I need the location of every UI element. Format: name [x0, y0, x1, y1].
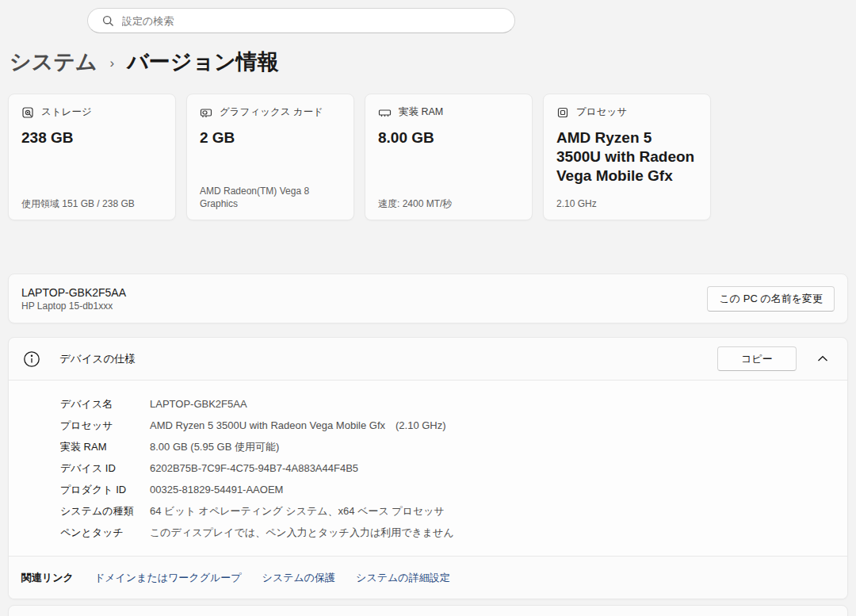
device-specs-title: デバイスの仕様: [59, 352, 136, 366]
storage-icon: [21, 106, 34, 119]
spec-label: 実装 RAM: [60, 440, 150, 454]
related-links-row: 関連リンク ドメインまたはワークグループ システムの保護 システムの詳細設定: [9, 556, 847, 599]
device-name: LAPTOP-GBK2F5AA: [21, 286, 126, 299]
storage-detail: 使用領域 151 GB / 238 GB: [21, 197, 164, 210]
copy-button[interactable]: コピー: [717, 346, 797, 371]
processor-detail: 2.10 GHz: [556, 197, 699, 210]
link-domain-or-workgroup[interactable]: ドメインまたはワークグループ: [94, 571, 242, 585]
spec-label: デバイス名: [60, 397, 150, 411]
breadcrumb-system[interactable]: システム: [10, 48, 97, 76]
spec-row-ram: 実装 RAM 8.00 GB (5.95 GB 使用可能): [60, 436, 847, 457]
device-specs-card: デバイスの仕様 コピー デバイス名 LAPTOP-GBK2F5AA プロセッサ …: [8, 337, 848, 599]
processor-value: AMD Ryzen 5 3500U with Radeon Vega Mobil…: [556, 128, 699, 185]
graphics-card: グラフィックス カード 2 GB AMD Radeon(TM) Vega 8 G…: [186, 94, 354, 220]
search-input[interactable]: [122, 15, 505, 27]
device-model: HP Laptop 15-db1xxx: [21, 300, 126, 312]
spec-label: プロダクト ID: [60, 483, 150, 497]
link-advanced-system-settings[interactable]: システムの詳細設定: [356, 571, 450, 585]
info-icon: [23, 350, 40, 368]
ram-icon: [378, 106, 392, 119]
device-specs-table: デバイス名 LAPTOP-GBK2F5AA プロセッサ AMD Ryzen 5 …: [9, 380, 847, 556]
rename-pc-button[interactable]: この PC の名前を変更: [707, 286, 835, 312]
spec-row-product-id: プロダクト ID 00325-81829-54491-AAOEM: [60, 479, 847, 500]
ram-value: 8.00 GB: [378, 128, 521, 147]
page-title: バージョン情報: [127, 48, 279, 76]
spec-row-processor: プロセッサ AMD Ryzen 5 3500U with Radeon Vega…: [60, 415, 847, 436]
chevron-up-icon[interactable]: [817, 355, 828, 362]
processor-card: プロセッサ AMD Ryzen 5 3500U with Radeon Vega…: [543, 94, 711, 220]
cpu-icon: [556, 106, 569, 119]
spec-label: デバイス ID: [60, 461, 150, 476]
settings-search-bar[interactable]: [87, 8, 515, 33]
search-icon: [102, 15, 114, 27]
spec-row-pen-touch: ペンとタッチ このディスプレイでは、ペン入力とタッチ入力は利用できません: [60, 522, 847, 543]
graphics-detail: AMD Radeon(TM) Vega 8 Graphics: [200, 185, 342, 210]
spec-row-device-name: デバイス名 LAPTOP-GBK2F5AA: [60, 393, 847, 415]
storage-card: ストレージ 238 GB 使用領域 151 GB / 238 GB: [8, 94, 176, 220]
device-specs-header[interactable]: デバイスの仕様 コピー: [9, 338, 847, 380]
spec-row-system-type: システムの種類 64 ビット オペレーティング システム、x64 ベース プロセ…: [60, 500, 847, 522]
card-label: プロセッサ: [576, 105, 627, 119]
summary-cards: ストレージ 238 GB 使用領域 151 GB / 238 GB グラフィック…: [8, 94, 711, 220]
device-name-card: LAPTOP-GBK2F5AA HP Laptop 15-db1xxx この P…: [8, 274, 848, 323]
spec-value: LAPTOP-GBK2F5AA: [150, 398, 247, 410]
spec-value: 00325-81829-54491-AAOEM: [150, 484, 283, 495]
spec-row-device-id: デバイス ID 6202B75B-7C9F-4C75-94B7-4A883A44…: [60, 457, 847, 479]
next-section-card: [8, 605, 848, 616]
ram-card: 実装 RAM 8.00 GB 速度: 2400 MT/秒: [365, 94, 533, 220]
spec-value: このディスプレイでは、ペン入力とタッチ入力は利用できません: [150, 526, 454, 540]
spec-label: システムの種類: [60, 504, 150, 518]
spec-value: 8.00 GB (5.95 GB 使用可能): [150, 440, 279, 454]
spec-label: ペンとタッチ: [60, 526, 150, 540]
storage-value: 238 GB: [21, 128, 164, 147]
graphics-value: 2 GB: [200, 128, 342, 147]
card-label: グラフィックス カード: [220, 105, 323, 119]
graphics-card-icon: [200, 106, 212, 119]
breadcrumb: システム › バージョン情報: [10, 48, 279, 76]
spec-value: 64 ビット オペレーティング システム、x64 ベース プロセッサ: [150, 504, 445, 518]
chevron-right-icon: ›: [110, 53, 115, 71]
spec-label: プロセッサ: [60, 419, 150, 433]
card-label: 実装 RAM: [399, 105, 443, 119]
spec-value: AMD Ryzen 5 3500U with Radeon Vega Mobil…: [150, 419, 446, 431]
spec-value: 6202B75B-7C9F-4C75-94B7-4A883A44F4B5: [150, 462, 358, 474]
ram-detail: 速度: 2400 MT/秒: [378, 197, 521, 210]
related-links-label: 関連リンク: [21, 571, 74, 585]
card-label: ストレージ: [41, 105, 92, 119]
link-system-protection[interactable]: システムの保護: [262, 571, 336, 585]
